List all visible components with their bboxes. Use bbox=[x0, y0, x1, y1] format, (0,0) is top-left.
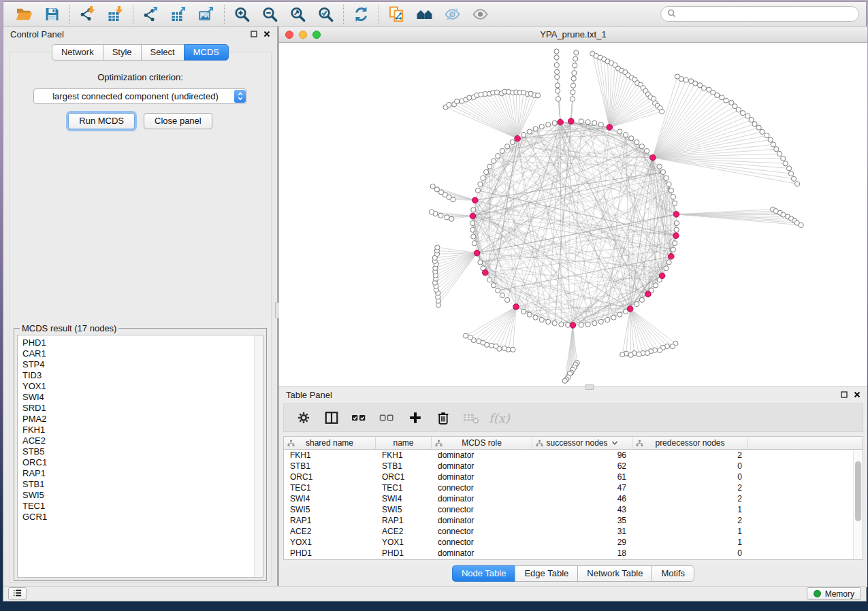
tab-network[interactable]: Network bbox=[52, 44, 103, 61]
mcds-result-item[interactable]: SRD1 bbox=[22, 403, 254, 414]
table-cell: SWI5 bbox=[284, 505, 376, 514]
network-canvas[interactable] bbox=[279, 43, 867, 387]
table-row[interactable]: YOX1YOX1connector291 bbox=[284, 537, 863, 548]
control-panel: Control Panel NetworkStyleSelectMCDS Opt… bbox=[3, 27, 277, 587]
export-table-icon bbox=[170, 6, 187, 22]
table-row[interactable]: PHD1PHD1dominator180 bbox=[284, 548, 863, 559]
mcds-result-title: MCDS result (17 nodes) bbox=[20, 323, 118, 333]
mcds-result-item[interactable]: YOX1 bbox=[22, 381, 254, 392]
zoom-out-button[interactable] bbox=[256, 4, 284, 24]
zoom-selected-button[interactable] bbox=[312, 4, 340, 24]
table-cell: ORC1 bbox=[284, 472, 376, 482]
mcds-result-item[interactable]: TEC1 bbox=[22, 501, 254, 512]
search-box[interactable] bbox=[660, 6, 859, 22]
mcds-list-scrollbar[interactable] bbox=[254, 335, 263, 577]
zoom-in-button[interactable] bbox=[228, 4, 256, 24]
close-panel-action-button[interactable]: Close panel bbox=[144, 113, 212, 129]
zoom-in-icon bbox=[234, 6, 251, 22]
mcds-result-item[interactable]: SWI4 bbox=[22, 392, 254, 403]
tab-edge-table[interactable]: Edge Table bbox=[515, 565, 577, 582]
tab-style[interactable]: Style bbox=[103, 44, 141, 61]
tab-node-table[interactable]: Node Table bbox=[452, 565, 515, 582]
mcds-result-item[interactable]: TID3 bbox=[22, 370, 254, 381]
select-all-button[interactable] bbox=[348, 408, 371, 428]
table-row[interactable]: SWI5SWI5connector431 bbox=[284, 504, 863, 515]
task-history-button[interactable] bbox=[8, 587, 27, 600]
table-scrollbar[interactable] bbox=[853, 450, 862, 559]
mcds-result-item[interactable]: STP4 bbox=[22, 359, 254, 370]
column-header-MCDS-role[interactable]: MCDS role bbox=[432, 437, 532, 449]
mcds-result-item[interactable]: FKH1 bbox=[22, 425, 254, 435]
network-graph[interactable] bbox=[279, 43, 867, 387]
float-panel-button[interactable] bbox=[251, 31, 257, 37]
column-settings-button[interactable] bbox=[292, 408, 315, 428]
table-row[interactable]: ACE2ACE2connector311 bbox=[284, 526, 863, 537]
mcds-result-item[interactable]: PMA2 bbox=[22, 414, 254, 425]
export-table-button[interactable] bbox=[165, 4, 193, 24]
float-table-panel-button[interactable] bbox=[841, 391, 848, 398]
export-image-button[interactable] bbox=[193, 4, 221, 24]
mcds-result-item[interactable]: ORC1 bbox=[22, 457, 254, 468]
table-row[interactable]: TEC1TEC1connector472 bbox=[284, 482, 863, 493]
table-row[interactable]: RAP1RAP1dominator352 bbox=[284, 515, 863, 526]
tab-network-table[interactable]: Network Table bbox=[577, 565, 652, 582]
zoom-fit-button[interactable] bbox=[284, 4, 312, 24]
column-header-name[interactable]: name bbox=[376, 437, 432, 449]
mcds-result-item[interactable]: SWI5 bbox=[22, 490, 254, 501]
column-header-successor-nodes[interactable]: successor nodes bbox=[532, 437, 632, 449]
add-entry-button[interactable] bbox=[404, 408, 427, 428]
export-network-button[interactable] bbox=[137, 4, 165, 24]
mcds-result-item[interactable]: RAP1 bbox=[22, 468, 254, 479]
table-row[interactable]: ORC1ORC1dominator610 bbox=[284, 472, 863, 482]
minimize-window-button[interactable] bbox=[299, 31, 307, 39]
new-network-from-selection-button[interactable] bbox=[383, 4, 411, 24]
save-session-button[interactable] bbox=[38, 4, 66, 24]
mcds-result-item[interactable]: PHD1 bbox=[22, 337, 254, 348]
column-header-predecessor-nodes[interactable]: predecessor nodes bbox=[632, 437, 748, 449]
optimization-criterion-select[interactable]: largest connected component (undirected) bbox=[33, 88, 247, 104]
delete-entry-button[interactable] bbox=[432, 408, 455, 428]
table-panel: Table Panel f(x) shared namenameMCDS rol… bbox=[279, 387, 867, 587]
mcds-result-item[interactable]: STB1 bbox=[22, 479, 254, 490]
tab-mcds[interactable]: MCDS bbox=[184, 44, 229, 61]
toggle-columns-button[interactable] bbox=[320, 408, 343, 428]
mcds-result-item[interactable]: GCR1 bbox=[22, 512, 254, 523]
table-row[interactable]: FKH1FKH1dominator962 bbox=[284, 450, 863, 461]
open-session-button[interactable] bbox=[10, 4, 38, 24]
shared-column-icon bbox=[287, 440, 295, 449]
table-row[interactable]: SWI4SWI4dominator462 bbox=[284, 493, 863, 504]
import-table-button[interactable] bbox=[101, 4, 129, 24]
network-window-titlebar[interactable]: YPA_prune.txt_1 bbox=[279, 27, 867, 43]
tab-motifs[interactable]: Motifs bbox=[652, 565, 694, 582]
search-input[interactable] bbox=[679, 10, 852, 19]
apply-preferred-layout-button[interactable] bbox=[347, 4, 375, 24]
maximize-window-button[interactable] bbox=[312, 31, 321, 39]
first-neighbors-button[interactable] bbox=[411, 4, 438, 24]
hide-selected-button[interactable] bbox=[438, 4, 466, 24]
table-cell: PHD1 bbox=[376, 548, 432, 558]
mcds-tab-content: Optimization criterion: largest connecte… bbox=[9, 52, 272, 583]
close-panel-button[interactable] bbox=[263, 31, 270, 37]
memory-button[interactable]: Memory bbox=[807, 587, 861, 600]
table-scrollbar-thumb[interactable] bbox=[855, 461, 861, 521]
close-window-button[interactable] bbox=[285, 31, 293, 39]
export-image-icon bbox=[198, 6, 215, 22]
mcds-result-item[interactable]: STB5 bbox=[22, 446, 254, 457]
open-session-icon bbox=[16, 6, 33, 22]
horizontal-splitter-grip[interactable] bbox=[585, 384, 594, 390]
mcds-result-item[interactable]: CAR1 bbox=[22, 348, 254, 359]
table-cell: 43 bbox=[532, 505, 632, 514]
table-panel-tabs: Node TableEdge TableNetwork TableMotifs bbox=[279, 565, 867, 582]
table-cell: ACE2 bbox=[284, 527, 376, 536]
run-mcds-button[interactable]: Run MCDS bbox=[68, 113, 135, 129]
close-table-panel-button[interactable] bbox=[854, 391, 861, 398]
show-all-button[interactable] bbox=[466, 4, 494, 24]
column-header-shared-name[interactable]: shared name bbox=[284, 437, 376, 449]
tab-select[interactable]: Select bbox=[141, 44, 184, 61]
deselect-all-button[interactable] bbox=[376, 408, 399, 428]
import-network-button[interactable] bbox=[74, 4, 101, 24]
table-cell: dominator bbox=[432, 450, 532, 460]
mcds-result-item[interactable]: ACE2 bbox=[22, 435, 254, 446]
table-row[interactable]: STB1STB1dominator620 bbox=[284, 461, 863, 472]
table-cell: YOX1 bbox=[376, 538, 432, 547]
